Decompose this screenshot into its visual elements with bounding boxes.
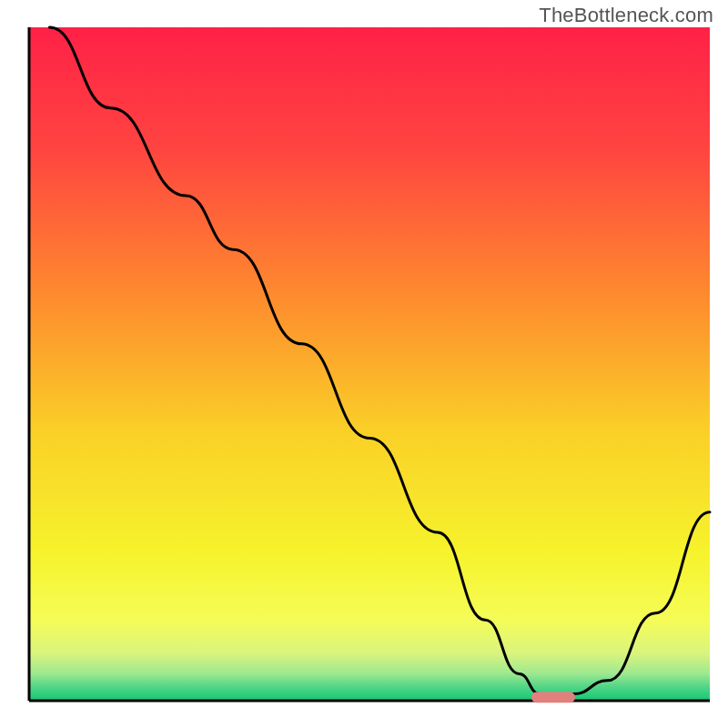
- optimal-marker: [531, 692, 575, 703]
- chart-plot-area: [29, 27, 710, 701]
- bottleneck-chart: [0, 0, 728, 728]
